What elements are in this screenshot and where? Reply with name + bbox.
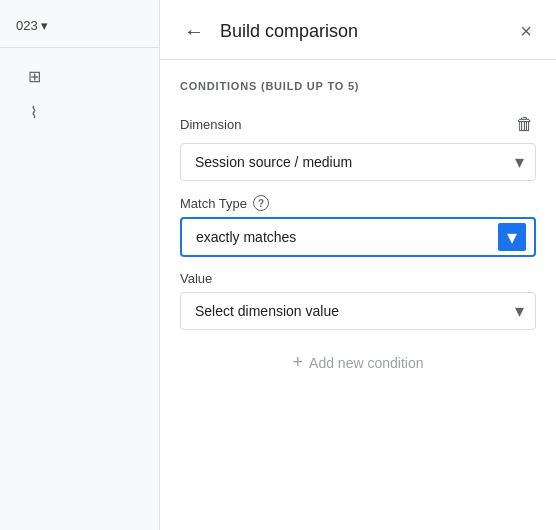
match-type-field-header: Match Type ? bbox=[180, 195, 536, 211]
value-select[interactable]: Select dimension value bbox=[180, 292, 536, 330]
sidebar-date-text: 023 ▾ bbox=[16, 18, 48, 33]
value-select-wrapper: Select dimension value ▾ bbox=[180, 292, 536, 330]
sidebar-icons: ⊞ ⌇ bbox=[0, 56, 159, 132]
trend-icon: ⌇ bbox=[24, 102, 44, 122]
match-type-help-icon[interactable]: ? bbox=[253, 195, 269, 211]
plus-icon: + bbox=[293, 352, 304, 373]
back-arrow-icon: ← bbox=[184, 20, 204, 43]
dimension-field-row: Dimension 🗑 Session source / medium Sess… bbox=[180, 112, 536, 181]
add-condition-row: + Add new condition bbox=[180, 330, 536, 385]
sidebar-date-row[interactable]: 023 ▾ bbox=[0, 12, 159, 39]
dimension-label: Dimension bbox=[180, 117, 241, 132]
sidebar-icon-custom[interactable]: ⊞ bbox=[16, 60, 143, 92]
value-label: Value bbox=[180, 271, 536, 286]
add-condition-button[interactable]: + Add new condition bbox=[277, 344, 440, 381]
trash-icon: 🗑 bbox=[516, 114, 534, 135]
match-type-field-row: Match Type ? exactly matches contains be… bbox=[180, 195, 536, 257]
dimension-select-wrapper: Session source / medium Session medium S… bbox=[180, 143, 536, 181]
condition-block: Dimension 🗑 Session source / medium Sess… bbox=[180, 112, 536, 330]
dimension-select[interactable]: Session source / medium Session medium S… bbox=[180, 143, 536, 181]
match-type-label: Match Type ? bbox=[180, 195, 269, 211]
panel-content: CONDITIONS (BUILD UP TO 5) Dimension 🗑 S… bbox=[160, 60, 556, 530]
custom-icon: ⊞ bbox=[24, 66, 44, 86]
match-type-select[interactable]: exactly matches contains begins with end… bbox=[180, 217, 536, 257]
sidebar: 023 ▾ ⊞ ⌇ bbox=[0, 0, 160, 530]
conditions-section-label: CONDITIONS (BUILD UP TO 5) bbox=[180, 80, 536, 92]
close-button[interactable]: × bbox=[516, 16, 536, 47]
add-condition-label: Add new condition bbox=[309, 355, 423, 371]
sidebar-icon-trend[interactable]: ⌇ bbox=[16, 96, 143, 128]
dimension-field-header: Dimension 🗑 bbox=[180, 112, 536, 137]
match-type-select-wrapper: exactly matches contains begins with end… bbox=[180, 217, 536, 257]
sidebar-divider bbox=[0, 47, 159, 48]
main-panel: ← Build comparison × CONDITIONS (BUILD U… bbox=[160, 0, 556, 530]
back-button[interactable]: ← bbox=[180, 16, 208, 47]
dimension-delete-button[interactable]: 🗑 bbox=[514, 112, 536, 137]
header-left: ← Build comparison bbox=[180, 16, 358, 47]
panel-header: ← Build comparison × bbox=[160, 0, 556, 60]
panel-title: Build comparison bbox=[220, 21, 358, 42]
value-field-row: Value Select dimension value ▾ bbox=[180, 271, 536, 330]
close-icon: × bbox=[520, 20, 532, 43]
